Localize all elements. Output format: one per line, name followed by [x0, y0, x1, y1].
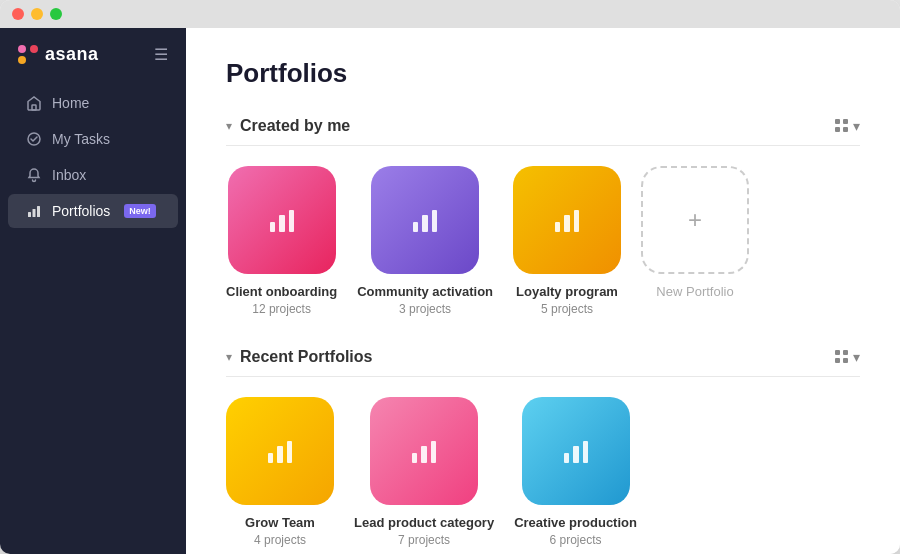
dot-1 — [18, 45, 26, 53]
bell-icon — [26, 167, 42, 183]
app-body: asana ☰ Home — [0, 28, 900, 554]
portfolio-count-creative-production: 6 projects — [550, 533, 602, 547]
dot-2 — [30, 45, 38, 53]
svg-rect-7 — [289, 210, 294, 232]
grid-view-icon-recent — [835, 350, 849, 364]
portfolio-icon-community-activation — [371, 166, 479, 274]
app-window: asana ☰ Home — [0, 0, 900, 554]
page-title: Portfolios — [226, 58, 860, 89]
svg-rect-5 — [270, 222, 275, 232]
sidebar-item-portfolios-label: Portfolios — [52, 203, 110, 219]
asana-logo: asana — [18, 44, 99, 65]
portfolio-icon-new: + — [641, 166, 749, 274]
section-title-row: ▾ Created by me — [226, 117, 350, 135]
portfolio-card-community-activation[interactable]: Community activation 3 projects — [357, 166, 493, 316]
chevron-icon: ▾ — [226, 119, 232, 133]
dot-4 — [30, 56, 38, 64]
svg-rect-9 — [422, 215, 428, 232]
portfolio-icon-client-onboarding — [228, 166, 336, 274]
portfolio-card-lead-product[interactable]: Lead product category 7 projects — [354, 397, 494, 547]
portfolio-card-new[interactable]: + New Portfolio — [641, 166, 749, 316]
grid-view-icon — [835, 119, 849, 133]
svg-rect-12 — [564, 215, 570, 232]
section-title-recent-portfolios: Recent Portfolios — [240, 348, 372, 366]
portfolios-new-badge: New! — [124, 204, 156, 218]
portfolio-icon-grow-team — [226, 397, 334, 505]
section-header-created-by-me: ▾ Created by me ▾ — [226, 117, 860, 146]
svg-rect-3 — [33, 209, 36, 217]
sidebar-item-inbox[interactable]: Inbox — [8, 158, 178, 192]
view-chevron-icon: ▾ — [853, 118, 860, 134]
portfolio-count-lead-product: 7 projects — [398, 533, 450, 547]
portfolio-card-client-onboarding[interactable]: Client onboarding 12 projects — [226, 166, 337, 316]
sidebar-item-inbox-label: Inbox — [52, 167, 86, 183]
svg-rect-0 — [32, 105, 36, 110]
view-chevron-icon-recent: ▾ — [853, 349, 860, 365]
section-title-created-by-me: Created by me — [240, 117, 350, 135]
svg-rect-6 — [279, 215, 285, 232]
svg-rect-13 — [574, 210, 579, 232]
portfolio-count-community-activation: 3 projects — [399, 302, 451, 316]
portfolio-name-community-activation: Community activation — [357, 284, 493, 299]
main-content: Portfolios ▾ Created by me ▾ — [186, 28, 900, 554]
section-title-row-recent: ▾ Recent Portfolios — [226, 348, 372, 366]
svg-rect-22 — [583, 441, 588, 463]
portfolio-count-loyalty-program: 5 projects — [541, 302, 593, 316]
sidebar-item-home-label: Home — [52, 95, 89, 111]
svg-rect-16 — [287, 441, 292, 463]
section-controls-created-by-me[interactable]: ▾ — [835, 118, 860, 134]
close-button[interactable] — [12, 8, 24, 20]
portfolio-icon-loyalty-program — [513, 166, 621, 274]
portfolio-card-grow-team[interactable]: Grow Team 4 projects — [226, 397, 334, 547]
portfolio-count-grow-team: 4 projects — [254, 533, 306, 547]
svg-rect-19 — [431, 441, 436, 463]
portfolio-name-grow-team: Grow Team — [245, 515, 315, 530]
portfolio-icon-creative-production — [522, 397, 630, 505]
dot-3 — [18, 56, 26, 64]
portfolio-name-client-onboarding: Client onboarding — [226, 284, 337, 299]
svg-rect-11 — [555, 222, 560, 232]
svg-rect-18 — [421, 446, 427, 463]
portfolio-name-new: New Portfolio — [656, 284, 733, 299]
sidebar-logo: asana ☰ — [0, 44, 186, 85]
recent-portfolios-grid: Grow Team 4 projects Lead product c — [226, 397, 860, 547]
sidebar-item-home[interactable]: Home — [8, 86, 178, 120]
svg-rect-10 — [432, 210, 437, 232]
sidebar-item-my-tasks-label: My Tasks — [52, 131, 110, 147]
asana-logo-text: asana — [45, 44, 99, 65]
titlebar — [0, 0, 900, 28]
menu-icon[interactable]: ☰ — [154, 45, 168, 64]
sidebar: asana ☰ Home — [0, 28, 186, 554]
plus-icon: + — [688, 206, 702, 234]
svg-rect-15 — [277, 446, 283, 463]
svg-rect-4 — [37, 206, 40, 217]
section-recent-portfolios: ▾ Recent Portfolios ▾ — [226, 348, 860, 547]
portfolio-card-loyalty-program[interactable]: Loyalty program 5 projects — [513, 166, 621, 316]
portfolio-card-creative-production[interactable]: Creative production 6 projects — [514, 397, 637, 547]
created-by-me-grid: Client onboarding 12 projects Commu — [226, 166, 860, 316]
asana-dots-icon — [18, 45, 38, 65]
portfolio-count-client-onboarding: 12 projects — [252, 302, 311, 316]
minimize-button[interactable] — [31, 8, 43, 20]
portfolio-icon-lead-product — [370, 397, 478, 505]
section-controls-recent-portfolios[interactable]: ▾ — [835, 349, 860, 365]
sidebar-item-portfolios[interactable]: Portfolios New! — [8, 194, 178, 228]
portfolio-name-creative-production: Creative production — [514, 515, 637, 530]
svg-rect-21 — [573, 446, 579, 463]
home-icon — [26, 95, 42, 111]
section-header-recent-portfolios: ▾ Recent Portfolios ▾ — [226, 348, 860, 377]
svg-rect-20 — [564, 453, 569, 463]
svg-rect-14 — [268, 453, 273, 463]
svg-rect-17 — [412, 453, 417, 463]
portfolio-name-lead-product: Lead product category — [354, 515, 494, 530]
svg-rect-2 — [28, 212, 31, 217]
maximize-button[interactable] — [50, 8, 62, 20]
chevron-icon-recent: ▾ — [226, 350, 232, 364]
portfolio-name-loyalty-program: Loyalty program — [516, 284, 618, 299]
sidebar-item-my-tasks[interactable]: My Tasks — [8, 122, 178, 156]
section-created-by-me: ▾ Created by me ▾ — [226, 117, 860, 316]
bar-chart-icon — [26, 203, 42, 219]
check-circle-icon — [26, 131, 42, 147]
svg-rect-8 — [413, 222, 418, 232]
